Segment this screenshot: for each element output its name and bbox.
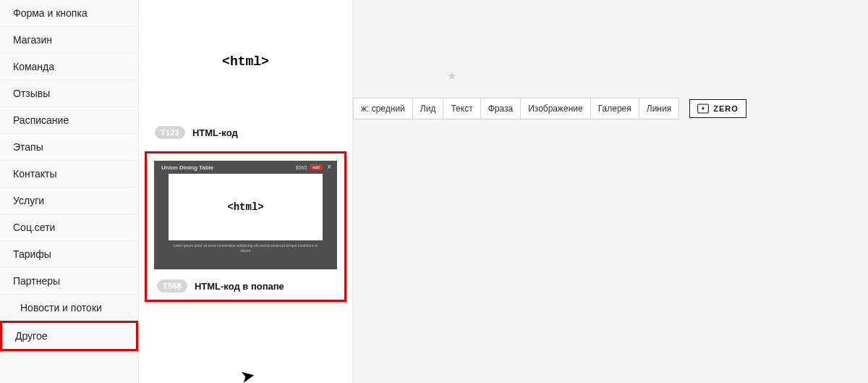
zero-block-button[interactable]: ZERO: [689, 99, 746, 118]
sidebar-item-label: Форма и кнопка: [13, 7, 88, 19]
toolbar-btn-label: Фраза: [488, 104, 514, 114]
toolbar-btn-heading-medium[interactable]: ж: средний: [354, 98, 413, 119]
toolbar-btn-lead[interactable]: Лид: [413, 98, 444, 119]
toolbar: ж: средний Лид Текст Фраза Изображение Г…: [353, 98, 746, 119]
sidebar-item-label: Новости и потоки: [20, 302, 102, 313]
sidebar-item-label: Этапы: [13, 141, 43, 153]
popup-price: $560: [296, 165, 307, 170]
sidebar-item-label: Отзывы: [13, 88, 50, 99]
star-icon[interactable]: ★: [447, 70, 456, 83]
block-preview-popup: Union Dining Table $560 add × <html> lor…: [154, 161, 337, 269]
sidebar-item-label: Услуги: [13, 195, 44, 206]
sidebar-item-label: Соц.сети: [13, 222, 55, 233]
sidebar-item-team[interactable]: Команда: [0, 54, 138, 80]
block-title: HTML-код: [192, 127, 238, 138]
sidebar-item-label: Другое: [15, 330, 47, 342]
sidebar-item-other[interactable]: Другое: [0, 321, 138, 351]
sidebar-item-news[interactable]: Новости и потоки: [0, 295, 138, 321]
block-label-row: T868 HTML-код в попапе: [147, 277, 344, 294]
sidebar-item-pricing[interactable]: Тарифы: [0, 241, 138, 268]
block-preview: <html>: [145, 0, 346, 123]
sidebar-item-label: Тарифы: [13, 248, 51, 260]
popup-header-title: Union Dining Table: [161, 164, 213, 171]
html-tag-label: <html>: [227, 201, 263, 213]
toolbar-btn-label: Линия: [647, 104, 671, 114]
toolbar-group: ж: средний Лид Текст Фраза Изображение Г…: [353, 98, 679, 119]
block-card-html-popup[interactable]: Union Dining Table $560 add × <html> lor…: [145, 151, 346, 302]
sidebar-item-label: Расписание: [13, 114, 69, 126]
popup-header: Union Dining Table $560 add ×: [154, 161, 337, 172]
popup-add-button: add: [310, 164, 323, 170]
block-code-badge: T868: [157, 279, 187, 292]
popup-footer-text: lorem ipsum dolor sit amet consectetur a…: [154, 240, 337, 253]
sidebar-item-social[interactable]: Соц.сети: [0, 214, 138, 241]
sidebar-item-reviews[interactable]: Отзывы: [0, 80, 138, 107]
sidebar-item-label: Команда: [13, 61, 54, 72]
toolbar-btn-text[interactable]: Текст: [443, 98, 480, 119]
toolbar-btn-line[interactable]: Линия: [639, 98, 678, 119]
toolbar-btn-phrase[interactable]: Фраза: [481, 98, 522, 119]
html-tag-label: <html>: [222, 54, 269, 69]
block-card-html[interactable]: <html> T123 HTML-код: [145, 0, 346, 140]
sidebar-item-partners[interactable]: Партнеры: [0, 268, 138, 295]
sidebar-item-shop[interactable]: Магазин: [0, 27, 138, 54]
popup-inner: <html>: [169, 174, 323, 240]
toolbar-btn-label: Лид: [420, 104, 436, 114]
sidebar-item-schedule[interactable]: Расписание: [0, 107, 138, 134]
block-title: HTML-код в попапе: [195, 281, 284, 292]
sidebar-item-services[interactable]: Услуги: [0, 188, 138, 214]
blocks-panel: <html> T123 HTML-код Union Dining Table …: [139, 0, 353, 383]
toolbar-btn-gallery[interactable]: Галерея: [591, 98, 639, 119]
sidebar-item-label: Партнеры: [13, 275, 60, 287]
sidebar-item-form-button[interactable]: Форма и кнопка: [0, 0, 138, 27]
toolbar-btn-image[interactable]: Изображение: [521, 98, 591, 119]
sidebar-item-stages[interactable]: Этапы: [0, 134, 138, 161]
toolbar-btn-label: ж: средний: [361, 104, 405, 114]
bolt-icon: [697, 104, 709, 114]
block-label-row: T123 HTML-код: [145, 123, 346, 140]
toolbar-btn-label: Изображение: [528, 104, 583, 114]
block-code-badge: T123: [155, 126, 185, 139]
close-icon: ×: [326, 164, 333, 171]
sidebar-item-label: Магазин: [13, 34, 52, 46]
zero-label: ZERO: [713, 104, 739, 113]
toolbar-btn-label: Текст: [451, 104, 472, 114]
toolbar-btn-label: Галерея: [598, 104, 631, 114]
sidebar-item-contacts[interactable]: Контакты: [0, 161, 138, 188]
sidebar-item-label: Контакты: [13, 168, 56, 180]
sidebar: Форма и кнопка Магазин Команда Отзывы Ра…: [0, 0, 139, 383]
